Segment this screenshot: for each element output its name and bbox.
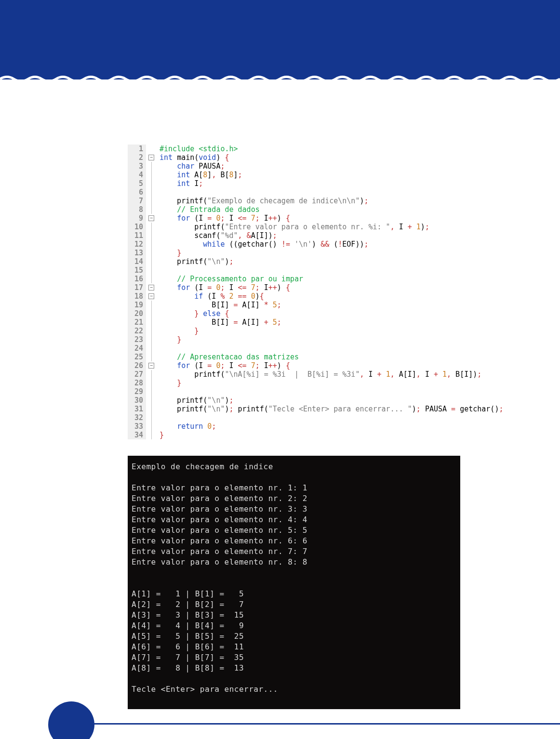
fold-gutter [146,231,157,240]
code-text [157,344,160,353]
fold-gutter [146,370,157,379]
line-number: 33 [128,422,146,431]
fold-pipe [151,413,152,422]
fold-gutter [146,422,157,431]
code-text: while ((getchar() != '\n') && (!EOF)); [157,240,369,249]
code-text: for (I = 0; I <= 7; I++) { [157,214,290,223]
fold-gutter [146,275,157,283]
code-line: 5 int I; [128,179,460,188]
code-text: } [157,335,181,344]
code-line: 1#include <stdio.h> [128,145,460,153]
fold-gutter [146,171,157,179]
code-line: 31 printf("\n"); printf("Tecle <Enter> p… [128,405,460,413]
fold-gutter: − [146,153,157,162]
page-footer [0,723,560,725]
code-line: 9− for (I = 0; I <= 7; I++) { [128,214,460,223]
code-text [157,413,160,422]
code-text: int A[8], B[8]; [157,171,242,179]
fold-gutter: − [146,292,157,301]
code-line: 17− for (I = 0; I <= 7; I++) { [128,283,460,292]
code-line: 18− if (I % 2 == 0){ [128,292,460,301]
line-number: 14 [128,257,146,266]
code-text: if (I % 2 == 0){ [157,292,264,301]
code-text: } [157,431,164,439]
line-number: 2 [128,153,146,162]
line-number: 12 [128,240,146,249]
code-text: // Processamento par ou impar [157,275,303,283]
fold-pipe [151,387,152,396]
fold-pipe [151,335,152,344]
fold-pipe [151,205,152,214]
footer-line [53,723,560,725]
line-number: 24 [128,344,146,353]
line-number: 19 [128,301,146,309]
code-line: 23 } [128,335,460,344]
fold-box-icon[interactable]: − [148,363,154,369]
fold-gutter [146,240,157,249]
fold-pipe [151,318,152,327]
code-line: 4 int A[8], B[8]; [128,171,460,179]
code-text [157,387,160,396]
line-number: 11 [128,231,146,240]
code-text: } [157,327,199,335]
fold-box-icon[interactable]: − [148,293,154,299]
line-number: 25 [128,353,146,361]
fold-gutter [146,353,157,361]
code-text: } [157,379,181,387]
fold-pipe [151,197,152,205]
code-line: 24 [128,344,460,353]
fold-pipe [151,396,152,405]
fold-gutter [146,431,157,439]
code-text: B[I] = A[I] * 5; [157,301,281,309]
code-text: printf("\n"); [157,257,234,266]
fold-pipe [151,353,152,361]
fold-gutter [146,188,157,197]
fold-box-icon[interactable]: − [148,215,154,221]
code-editor: 1#include <stdio.h>2−int main(void) {3 c… [128,145,460,442]
fold-gutter: − [146,361,157,370]
fold-pipe [151,249,152,257]
code-text: int main(void) { [157,153,229,162]
code-line: 25 // Apresentacao das matrizes [128,353,460,361]
line-number: 9 [128,214,146,223]
fold-box-icon[interactable]: − [148,155,154,160]
fold-gutter [146,344,157,353]
fold-gutter [146,145,157,153]
code-line: 21 B[I] = A[I] + 5; [128,318,460,327]
fold-gutter [146,318,157,327]
code-text: printf("Entre valor para o elemento nr. … [157,223,429,231]
fold-pipe [151,231,152,240]
fold-pipe [151,309,152,318]
code-line: 29 [128,387,460,396]
code-line: 6 [128,188,460,197]
fold-pipe [151,223,152,231]
code-text: scanf("%d", &A[I]); [157,231,277,240]
code-line: 27 printf("\nA[%i] = %3i | B[%i] = %3i",… [128,370,460,379]
line-number: 21 [128,318,146,327]
code-text: printf("\n"); [157,396,234,405]
line-number: 29 [128,387,146,396]
line-number: 31 [128,405,146,413]
fold-pipe [151,171,152,179]
code-text [157,266,160,275]
code-line: 11 scanf("%d", &A[I]); [128,231,460,240]
line-number: 17 [128,283,146,292]
line-number: 20 [128,309,146,318]
line-number: 6 [128,188,146,197]
code-text: return 0; [157,422,216,431]
fold-pipe [151,422,152,431]
code-text: } [157,249,181,257]
code-text: for (I = 0; I <= 7; I++) { [157,361,290,370]
code-line: 14 printf("\n"); [128,257,460,266]
footer-circle [48,701,94,739]
code-line: 2−int main(void) { [128,153,460,162]
code-line: 33 return 0; [128,422,460,431]
fold-pipe [151,162,152,171]
fold-gutter [146,266,157,275]
code-line: 19 B[I] = A[I] * 5; [128,301,460,309]
line-number: 1 [128,145,146,153]
fold-box-icon[interactable]: − [148,285,154,290]
code-line: 13 } [128,249,460,257]
fold-gutter [146,249,157,257]
code-text [157,188,160,197]
